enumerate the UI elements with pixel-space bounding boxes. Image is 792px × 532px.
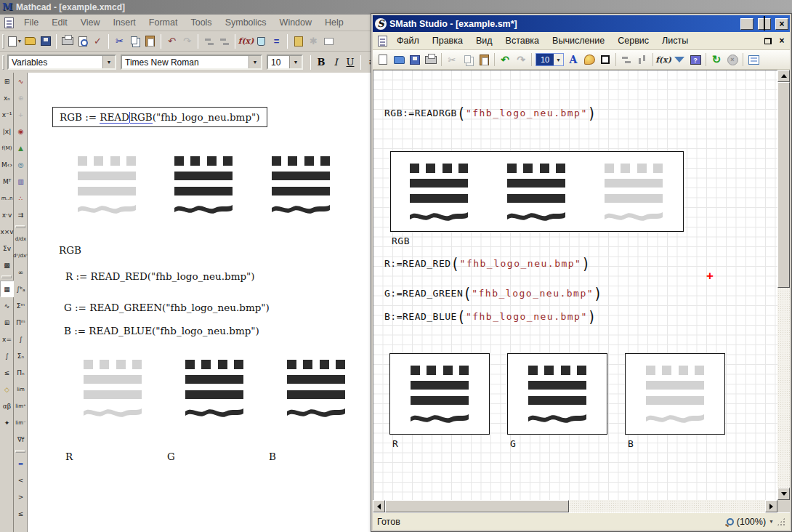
- summation-icon[interactable]: Σₙ: [14, 347, 28, 364]
- font-size-combo[interactable]: 10 ▼: [536, 53, 564, 66]
- open-icon[interactable]: [391, 52, 407, 68]
- mdi-restore-button[interactable]: [762, 36, 774, 46]
- align-across-icon[interactable]: [201, 33, 217, 49]
- mdi-minimize-button[interactable]: [748, 36, 760, 46]
- cut-icon[interactable]: ✂: [444, 52, 460, 68]
- mdi-close-button[interactable]: ×: [776, 36, 788, 46]
- chevron-down-icon[interactable]: ▼: [102, 56, 115, 68]
- maximize-button[interactable]: [758, 18, 771, 30]
- limit-icon[interactable]: lim: [14, 381, 28, 398]
- scatter3d-plot-icon[interactable]: ∴: [14, 190, 28, 206]
- surface-plot-icon[interactable]: ▲: [14, 140, 28, 156]
- undo-icon[interactable]: ↶: [164, 33, 179, 49]
- range-icon[interactable]: m..n: [0, 190, 14, 206]
- smath-worksheet[interactable]: RGB:=READRGB("fhb_logo_neu.bmp") RGB: [373, 70, 777, 500]
- mathcad-title-bar[interactable]: M Mathcad - [example.xmcd]: [0, 0, 792, 15]
- menu-window[interactable]: Window: [274, 16, 318, 29]
- menu-format[interactable]: Format: [143, 16, 184, 29]
- b-label[interactable]: B: [628, 438, 634, 449]
- font-combo[interactable]: Times New Roman ▼: [121, 55, 262, 70]
- insert-function-icon[interactable]: f(x): [655, 52, 671, 68]
- redo-icon[interactable]: ↷: [179, 33, 195, 49]
- menu-insert[interactable]: Insert: [108, 16, 142, 29]
- logo-image-g-channel[interactable]: [185, 360, 243, 417]
- menu-file[interactable]: Файл: [390, 34, 426, 47]
- menu-edit[interactable]: Edit: [46, 16, 73, 29]
- scroll-down-button[interactable]: [777, 488, 790, 500]
- evaluation-palette-icon[interactable]: x=: [0, 331, 14, 347]
- zoom-dropdown-icon[interactable]: ▼: [769, 519, 774, 524]
- calculator-palette-icon[interactable]: ▦: [0, 281, 14, 297]
- resize-grip[interactable]: [777, 517, 785, 526]
- mathcad-rgb-expression[interactable]: RGB := READRGB("fhb_logo_neu.bmp"): [52, 107, 267, 127]
- print-icon[interactable]: [60, 33, 75, 49]
- scroll-right-button[interactable]: [765, 500, 777, 512]
- inverse-icon[interactable]: x⁻¹: [0, 106, 14, 123]
- align-down-icon[interactable]: [217, 33, 232, 49]
- r-image-frame[interactable]: [389, 353, 490, 435]
- save-icon[interactable]: [38, 33, 53, 49]
- logo-image-r-channel[interactable]: [84, 360, 142, 417]
- copy-icon[interactable]: [460, 52, 476, 68]
- infinity-icon[interactable]: ∞: [14, 264, 28, 281]
- indefinite-integral-icon[interactable]: ∫: [14, 331, 28, 347]
- font-color-icon[interactable]: A: [565, 52, 581, 68]
- undo-icon[interactable]: ↶: [497, 52, 513, 68]
- bar3d-plot-icon[interactable]: ▥: [14, 173, 28, 190]
- less-equal-icon[interactable]: ≤: [14, 505, 28, 522]
- magnifier-icon[interactable]: [727, 518, 734, 525]
- matrix-palette-icon[interactable]: ⊞: [0, 314, 14, 331]
- align-vertical-icon[interactable]: [634, 52, 650, 68]
- logo-image-rgb-dark[interactable]: [174, 156, 233, 214]
- spell-check-icon[interactable]: ✓: [90, 33, 105, 49]
- g-label[interactable]: G: [510, 438, 516, 449]
- boolean-palette-icon[interactable]: ≤: [0, 364, 14, 381]
- vector-sum-icon[interactable]: Σv: [0, 240, 14, 257]
- read-red-expression[interactable]: R := READ_RED("fhb_logo_neu.bmp"): [65, 270, 255, 282]
- insert-function-icon[interactable]: f(x): [238, 33, 254, 49]
- logo-image-rgb-light[interactable]: [78, 156, 136, 214]
- b-image-frame[interactable]: [625, 353, 725, 435]
- insert-unit-icon[interactable]: [254, 33, 269, 49]
- redo-icon[interactable]: ↷: [513, 52, 529, 68]
- print-icon[interactable]: [423, 52, 439, 68]
- greek-palette-icon[interactable]: αβ: [0, 398, 14, 414]
- bold-button[interactable]: B: [314, 57, 328, 68]
- calculus-palette-icon[interactable]: ∫: [0, 347, 14, 364]
- menu-help[interactable]: Help: [319, 16, 349, 29]
- greater-than-icon[interactable]: >: [14, 488, 28, 505]
- horizontal-scroll-track[interactable]: [569, 500, 765, 512]
- graph-palette-icon[interactable]: ∿: [0, 297, 14, 314]
- horizontal-scrollbar[interactable]: [373, 500, 777, 512]
- italic-button[interactable]: I: [328, 57, 343, 68]
- picture-operator-icon[interactable]: ▩: [0, 257, 14, 273]
- open-icon[interactable]: [23, 33, 38, 49]
- menu-edit[interactable]: Правка: [426, 34, 469, 47]
- filter-icon[interactable]: [671, 52, 687, 68]
- summation-limits-icon[interactable]: Σᵐ: [14, 297, 28, 314]
- limit-right-icon[interactable]: lim⁺: [14, 398, 28, 414]
- vertical-scrollbar[interactable]: [777, 70, 790, 500]
- menu-file[interactable]: File: [18, 16, 44, 29]
- trace-plot-icon[interactable]: +: [14, 106, 28, 123]
- align-horizontal-icon[interactable]: [618, 52, 634, 68]
- document-icon[interactable]: [4, 17, 14, 28]
- matrix-icon[interactable]: ⊞: [0, 73, 14, 89]
- menu-calculation[interactable]: Вычисление: [546, 34, 611, 47]
- stop-icon[interactable]: ×: [724, 52, 740, 68]
- reference-book-icon[interactable]: ?: [687, 52, 703, 68]
- dot-product-icon[interactable]: x·v: [0, 206, 14, 223]
- menu-view[interactable]: View: [75, 16, 106, 29]
- hyperlink-icon[interactable]: [291, 33, 306, 49]
- rgb-label[interactable]: RGB: [392, 235, 410, 246]
- vector-field-icon[interactable]: ⇉: [14, 206, 28, 223]
- border-icon[interactable]: [597, 52, 613, 68]
- smath-rgb-expression[interactable]: RGB:=READRGB("fhb_logo_neu.bmp"): [384, 105, 597, 121]
- subscript-icon[interactable]: xₙ: [0, 89, 14, 106]
- nth-derivative-icon[interactable]: dⁿ/dxⁿ: [14, 247, 28, 264]
- matrix-column-icon[interactable]: M‹›: [0, 156, 14, 173]
- logo-image-rgb-dark[interactable]: [272, 156, 330, 214]
- zoom-level[interactable]: (100%): [737, 517, 766, 527]
- scroll-up-button[interactable]: [777, 70, 790, 82]
- menu-tools[interactable]: Tools: [185, 16, 217, 29]
